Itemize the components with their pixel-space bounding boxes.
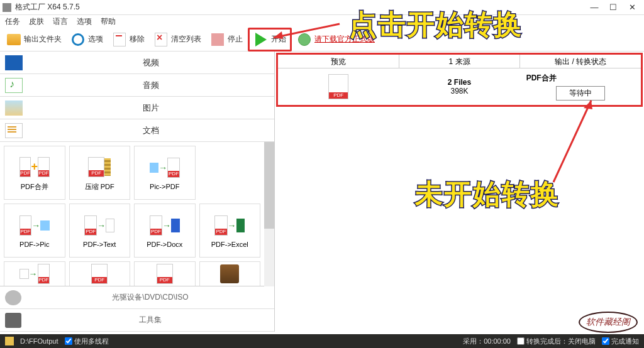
subcat-toolset[interactable]: 工具集 (0, 309, 274, 332)
maximize-button[interactable]: ☐ (604, 3, 623, 12)
excel-icon (236, 219, 245, 232)
pdf-icon (150, 215, 162, 236)
left-pane: 视频 音频 图片 文档 + PDF合并 压缩 PDF (0, 52, 275, 332)
category-video[interactable]: 视频 (0, 52, 274, 74)
tool-pdf-to-pic[interactable]: → PDF->Pic (4, 204, 65, 258)
download-official-label: 请下载官方正式版 (314, 34, 375, 45)
download-official-button[interactable]: 请下载官方正式版 (293, 30, 379, 50)
menu-language[interactable]: 语言 (53, 16, 68, 27)
close-button[interactable]: ✕ (623, 3, 641, 12)
start-button-group: 开始 (248, 28, 292, 52)
tool-grid: + PDF合并 压缩 PDF → Pic->PDF → PDF->Pic → (0, 142, 264, 286)
task-status: 等待中 (556, 86, 605, 101)
tool-pic-to-pdf[interactable]: → Pic->PDF (134, 146, 196, 200)
tool-label: 压缩 PDF (85, 182, 114, 192)
tool-pdf-to-text[interactable]: → PDF->Text (69, 204, 131, 258)
category-audio-label: 音频 (28, 80, 274, 91)
pdf-icon (88, 157, 104, 177)
toolbox-icon (5, 313, 21, 328)
play-icon (255, 33, 267, 46)
main-area: 视频 音频 图片 文档 + PDF合并 压缩 PDF (0, 52, 644, 332)
category-image[interactable]: 图片 (0, 97, 274, 119)
7z-icon (220, 264, 239, 283)
subcat-optical-label: 光驱设备\DVD\CD\ISO (26, 292, 274, 303)
window-title: 格式工厂 X64 5.7.5 (15, 2, 585, 13)
start-button[interactable]: 开始 (250, 30, 290, 50)
start-label: 开始 (271, 34, 286, 45)
tool-partial-1[interactable]: → (4, 261, 65, 286)
shutdown-input[interactable] (517, 337, 525, 345)
tool-label: PDF->Docx (147, 241, 182, 248)
audio-icon (5, 78, 23, 93)
task-size: 398K (399, 87, 519, 95)
globe-icon (298, 33, 311, 46)
stop-button[interactable]: 停止 (206, 30, 247, 50)
scrollbar-vertical[interactable] (264, 142, 274, 286)
category-document-label: 文档 (28, 125, 274, 136)
clear-list-label: 清空列表 (171, 34, 201, 45)
tool-pdf-to-excel[interactable]: → PDF->Excel (199, 204, 261, 258)
task-output-name: PDF合并 (520, 73, 641, 84)
tool-label: PDF->Excel (211, 241, 248, 248)
tool-pdf-merge[interactable]: + PDF合并 (4, 146, 65, 200)
output-folder-button[interactable]: 输出文件夹 (3, 30, 65, 50)
app-icon (3, 3, 11, 12)
folder-small-icon[interactable] (5, 337, 14, 345)
menu-options[interactable]: 选项 (77, 16, 92, 27)
pdf-icon (38, 157, 50, 177)
output-path[interactable]: D:\FFOutput (20, 337, 58, 345)
multithread-checkbox[interactable]: 使用多线程 (65, 337, 109, 346)
zip-icon (104, 158, 111, 176)
text-icon (106, 219, 114, 232)
task-row[interactable]: 2 Files 398K PDF合并 等待中 (278, 68, 641, 105)
output-folder-label: 输出文件夹 (24, 34, 62, 45)
tool-label: PDF->Text (83, 241, 116, 248)
tool-label: Pic->PDF (150, 183, 179, 190)
tool-partial-2[interactable] (69, 261, 131, 286)
menubar: 任务 皮肤 语言 选项 帮助 (0, 15, 644, 28)
options-button[interactable]: 选项 (67, 30, 107, 50)
document-icon (5, 123, 23, 138)
subcat-toolset-label: 工具集 (26, 315, 274, 325)
toolbar: 输出文件夹 选项 移除 清空列表 停止 开始 请下载官方正式版 (0, 28, 644, 52)
menu-help[interactable]: 帮助 (101, 16, 116, 27)
menu-skin[interactable]: 皮肤 (29, 16, 44, 27)
pdf-preview-icon (328, 74, 348, 99)
clear-icon (155, 33, 167, 46)
titlebar: 格式工厂 X64 5.7.5 — ☐ ✕ (0, 0, 644, 15)
stop-label: 停止 (228, 34, 243, 45)
pic-icon (150, 163, 159, 173)
subcat-optical[interactable]: 光驱设备\DVD\CD\ISO (0, 286, 274, 309)
notify-checkbox[interactable]: 完成通知 (602, 337, 639, 346)
category-audio[interactable]: 音频 (0, 74, 274, 97)
multithread-input[interactable] (65, 337, 72, 345)
right-pane: 预览 1 来源 输出 / 转换状态 2 Files 398K PDF合并 等待中 (275, 52, 644, 332)
category-image-label: 图片 (28, 102, 274, 114)
pdf-icon (214, 215, 227, 236)
pdf-icon (19, 215, 31, 236)
pdf-icon (84, 215, 97, 236)
col-output[interactable]: 输出 / 转换状态 (520, 55, 641, 68)
menu-task[interactable]: 任务 (5, 16, 20, 27)
minimize-button[interactable]: — (585, 3, 604, 12)
col-source[interactable]: 1 来源 (399, 55, 521, 68)
tool-partial-7z[interactable] (199, 261, 261, 286)
notify-input[interactable] (602, 337, 609, 345)
clear-list-button[interactable]: 清空列表 (150, 30, 205, 50)
image-icon (5, 101, 23, 116)
remove-button[interactable]: 移除 (108, 30, 148, 50)
options-label: 选项 (88, 34, 103, 45)
remove-icon (113, 33, 126, 46)
tool-pdf-to-docx[interactable]: → PDF->Docx (134, 204, 196, 258)
shutdown-checkbox[interactable]: 转换完成后：关闭电脑 (517, 337, 596, 346)
tool-partial-3[interactable] (134, 261, 196, 286)
tool-compress-pdf[interactable]: 压缩 PDF (69, 146, 131, 200)
watermark: 软件藏经阁 (579, 312, 638, 333)
task-list: 预览 1 来源 输出 / 转换状态 2 Files 398K PDF合并 等待中 (276, 53, 643, 107)
remove-label: 移除 (130, 34, 145, 45)
pdf-icon (19, 157, 31, 177)
category-video-label: 视频 (28, 57, 274, 68)
folder-icon (7, 34, 21, 45)
category-document[interactable]: 文档 (0, 119, 274, 142)
col-preview[interactable]: 预览 (278, 55, 399, 68)
